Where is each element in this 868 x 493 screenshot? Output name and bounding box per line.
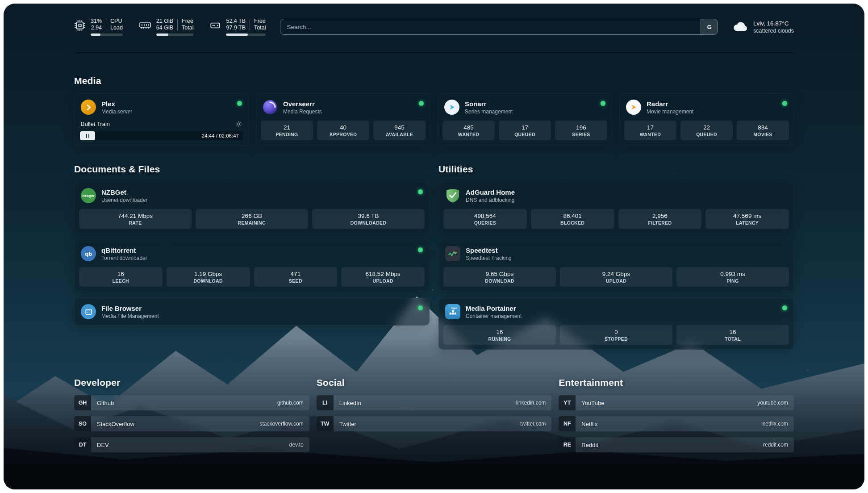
bookmark-url: twitter.com xyxy=(520,421,546,427)
stat-series: 196SERIES xyxy=(555,121,607,140)
app-subtitle: Container management xyxy=(466,313,522,319)
section-title-media: Media xyxy=(74,75,794,86)
app-speedtest[interactable]: Speedtest Speedtest Tracking xyxy=(439,240,793,267)
app-filebrowser[interactable]: File Browser Media File Management xyxy=(75,298,429,325)
bookmark-url: reddit.com xyxy=(763,442,788,448)
stat-stopped: 0STOPPED xyxy=(560,325,672,345)
app-qbittorrent[interactable]: qb qBittorrent Torrent downloader xyxy=(75,240,429,267)
app-name: AdGuard Home xyxy=(466,188,515,196)
disk-progress-track xyxy=(226,33,266,36)
filebrowser-icon xyxy=(81,304,96,319)
memory-progress-fill xyxy=(156,33,169,36)
app-radarr[interactable]: Radarr Movie management xyxy=(620,94,793,121)
bookmark-netflix[interactable]: NF Netflix netflix.com xyxy=(559,416,794,431)
now-playing-title: Bullet Train xyxy=(81,121,110,127)
section-documents: Documents & Files nzbget NZBGet Usenet d… xyxy=(74,164,430,326)
app-name: NZBGet xyxy=(101,188,147,196)
bookmark-name: Reddit xyxy=(581,442,598,448)
bookmark-abbr: NF xyxy=(559,416,576,431)
speedtest-icon xyxy=(445,246,460,261)
app-subtitle: DNS and adblocking xyxy=(466,197,515,203)
bookmark-twitter[interactable]: TW Twitter twitter.com xyxy=(317,416,552,431)
search-input[interactable] xyxy=(280,19,701,34)
app-plex[interactable]: Plex Media server xyxy=(75,94,248,121)
app-subtitle: Movie management xyxy=(647,109,693,115)
search-bar: G xyxy=(280,19,718,35)
card-sonarr: Sonarr Series management 485WANTED 17QUE… xyxy=(438,93,612,146)
card-plex: Plex Media server Bullet Train xyxy=(74,93,249,146)
snow-specks xyxy=(4,4,4,4)
bookmark-linkedin[interactable]: LI LinkedIn linkedin.com xyxy=(317,395,552,410)
cpu-load-label: Load xyxy=(110,25,123,31)
card-overseerr: Overseerr Media Requests 21PENDING 40APP… xyxy=(256,93,430,146)
bookmark-abbr: GH xyxy=(74,395,91,410)
app-overseerr[interactable]: Overseerr Media Requests xyxy=(256,94,430,121)
stat-downloaded: 39.6 TBDOWNLOADED xyxy=(312,209,425,229)
bookmark-abbr: RE xyxy=(559,437,576,452)
bookmark-stackoverflow[interactable]: SO StackOverflow stackoverflow.com xyxy=(74,416,309,431)
card-speedtest: Speedtest Speedtest Tracking 9.65 GbpsDO… xyxy=(438,240,794,292)
stat-download: 9.65 GbpsDOWNLOAD xyxy=(443,267,556,287)
stat-leech: 16LEECH xyxy=(79,267,163,287)
memory-free-label: Free xyxy=(182,18,193,25)
widget-divider xyxy=(250,19,250,30)
stat-queued: 17QUEUED xyxy=(499,121,551,140)
bookmark-dev[interactable]: DT DEV dev.to xyxy=(74,437,309,452)
gear-icon xyxy=(235,121,242,127)
bookmark-url: netflix.com xyxy=(763,421,788,427)
memory-icon xyxy=(139,20,151,31)
app-subtitle: Usenet downloader xyxy=(101,197,147,203)
app-nzbget[interactable]: nzbget NZBGet Usenet downloader xyxy=(75,182,429,209)
bookmark-name: YouTube xyxy=(581,400,604,406)
bookmark-abbr: LI xyxy=(317,395,334,410)
search-provider-button[interactable]: G xyxy=(701,19,718,34)
disk-free-value: 52.4 TB xyxy=(226,18,246,25)
bookmark-name: DEV xyxy=(97,442,109,448)
portainer-icon xyxy=(445,304,460,319)
cpu-label: CPU xyxy=(110,18,123,25)
app-portainer[interactable]: Media Portainer Container management xyxy=(439,298,793,325)
stat-wanted: 17WANTED xyxy=(624,121,676,140)
app-adguard[interactable]: AdGuard Home DNS and adblocking xyxy=(439,182,793,209)
bookmark-group-social: Social LI LinkedIn linkedin.com TW Twitt… xyxy=(317,377,552,437)
app-sonarr[interactable]: Sonarr Series management xyxy=(438,94,612,121)
widget-divider xyxy=(106,19,106,30)
section-utilities: Utilities AdGu xyxy=(438,164,794,350)
bookmark-url: linkedin.com xyxy=(516,400,546,406)
app-subtitle: Media server xyxy=(101,109,132,115)
app-name: Plex xyxy=(101,100,132,108)
top-bar: 31% 2.94 CPU Load xyxy=(74,18,794,36)
bookmark-abbr: SO xyxy=(74,416,91,431)
memory-progress-track xyxy=(156,33,194,36)
weather-location: Lviv, 16.87°C xyxy=(753,20,794,27)
pause-button[interactable] xyxy=(80,131,95,140)
app-subtitle: Media File Management xyxy=(101,313,159,319)
section-media: Media Plex Media server Bullet xyxy=(74,75,794,146)
app-name: Overseerr xyxy=(283,100,322,108)
overseerr-icon xyxy=(263,100,278,115)
stat-rate: 744.21 MbpsRATE xyxy=(79,209,192,229)
disk-widget: 52.4 TB 97.9 TB Free Total xyxy=(209,18,266,36)
bookmark-group-title: Entertainment xyxy=(559,377,794,388)
bookmark-url: github.com xyxy=(277,400,304,406)
bookmark-name: LinkedIn xyxy=(339,400,361,406)
app-subtitle: Series management xyxy=(465,109,513,115)
status-dot-plex xyxy=(237,101,242,106)
stat-seed: 471SEED xyxy=(254,267,338,287)
bookmark-github[interactable]: GH Github github.com xyxy=(74,395,309,410)
stat-running: 16RUNNING xyxy=(443,325,556,345)
stat-upload: 618.52 MbpsUPLOAD xyxy=(341,267,425,287)
card-adguard: AdGuard Home DNS and adblocking 498,564Q… xyxy=(438,182,794,234)
cloud-icon xyxy=(732,21,748,33)
weather-widget[interactable]: Lviv, 16.87°C scattered clouds xyxy=(732,20,794,34)
stat-download: 1.19 GbpsDOWNLOAD xyxy=(167,267,250,287)
bookmark-youtube[interactable]: YT YouTube youtube.com xyxy=(559,395,794,410)
nzbget-icon: nzbget xyxy=(81,188,96,203)
plex-settings-button[interactable] xyxy=(235,121,242,127)
disk-total-label: Total xyxy=(254,25,266,31)
status-dot-overseerr xyxy=(419,101,424,106)
memory-widget: 21 GiB 64 GiB Free Total xyxy=(139,18,194,36)
bookmark-reddit[interactable]: RE Reddit reddit.com xyxy=(559,437,794,452)
playback-time: 24:44 / 02:06:47 xyxy=(202,133,239,138)
bookmark-url: youtube.com xyxy=(757,400,788,406)
